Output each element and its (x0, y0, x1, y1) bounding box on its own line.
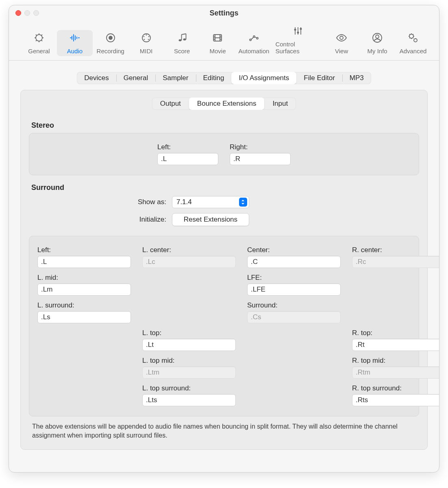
toolbar-label: My Info (367, 48, 387, 54)
io-panel: OutputBounce ExtensionsInput Stereo Left… (20, 90, 428, 450)
surround-input-center[interactable] (247, 256, 341, 268)
view-icon (335, 32, 348, 46)
subtab-i-o-assignments[interactable]: I/O Assignments (231, 72, 296, 84)
stereo-right-input[interactable] (230, 153, 291, 165)
svg-point-15 (294, 29, 296, 31)
surround-input-rtopmid (352, 366, 439, 379)
surround-input-ltop[interactable] (142, 339, 236, 351)
surround-label-lfe: LFE: (247, 274, 341, 282)
stereo-heading: Stereo (31, 121, 419, 130)
svg-point-12 (250, 39, 251, 41)
svg-point-8 (148, 39, 149, 40)
showas-select[interactable]: 7.1.4 (172, 196, 249, 208)
subtab-devices[interactable]: Devices (77, 72, 116, 84)
audio-icon (69, 32, 81, 46)
surround-label-ltopsurround: L. top surround: (142, 384, 236, 392)
surround-box: Left:L. center:Center:R. center:Right:L.… (29, 236, 419, 416)
surround-label-rtopmid: R. top mid: (352, 357, 439, 365)
score-icon (176, 32, 188, 46)
surround-heading: Surround (31, 183, 419, 192)
surround-field-rtopsurround: R. top surround: (352, 384, 439, 406)
footnote-text: The above extensions will be appended to… (32, 422, 416, 440)
general-icon (33, 32, 45, 46)
svg-point-4 (146, 35, 147, 36)
surround-input-lsurround[interactable] (37, 311, 131, 323)
surround-input-lfe[interactable] (247, 283, 341, 296)
svg-point-14 (257, 37, 258, 39)
movie-icon (211, 32, 224, 46)
svg-point-16 (297, 32, 299, 34)
toolbar-label: Advanced (400, 48, 427, 54)
stereo-right-label: Right: (230, 143, 291, 151)
titlebar: Settings (9, 5, 439, 21)
toolbar-label: Control Surfaces (275, 41, 320, 54)
toolbar-control-surfaces[interactable]: Control Surfaces (272, 23, 324, 56)
audio-subtabs: DevicesGeneralSamplerEditingI/O Assignme… (77, 72, 371, 84)
surround-field-lfe: LFE: (247, 274, 341, 296)
subtab-file-editor[interactable]: File Editor (296, 72, 342, 84)
stereo-left-input[interactable] (157, 153, 218, 165)
stereo-left-label: Left: (157, 143, 218, 151)
surround-field-lmid: L. mid: (37, 274, 131, 296)
surround-field-ltop: L. top: (142, 329, 236, 351)
surround-label-ltopmid: L. top mid: (142, 357, 236, 365)
toolbar-movie[interactable]: Movie (200, 30, 236, 56)
toolbar-general[interactable]: General (21, 30, 57, 56)
toolbar-label: General (28, 48, 50, 54)
toolbar-automation[interactable]: Automation (235, 30, 272, 56)
iotab-bounce-extensions[interactable]: Bounce Extensions (189, 98, 265, 110)
toolbar-my-info[interactable]: My Info (359, 30, 395, 56)
surround-field-lsurround: L. surround: (37, 301, 131, 323)
reset-extensions-button[interactable]: Reset Extensions (172, 213, 249, 226)
main-toolbar: GeneralAudioRecordingMIDIScoreMovieAutom… (9, 21, 439, 61)
surround-label-csurround: Surround: (247, 301, 341, 309)
surround-label-lsurround: L. surround: (37, 301, 131, 309)
toolbar-label: MIDI (140, 48, 153, 54)
subtab-mp-[interactable]: MP3 (342, 72, 371, 84)
settings-window: Settings GeneralAudioRecordingMIDIScoreM… (9, 5, 439, 473)
surround-input-lcenter (142, 256, 236, 268)
surround-input-rtopsurround[interactable] (352, 394, 439, 406)
toolbar-score[interactable]: Score (164, 30, 200, 56)
svg-point-7 (144, 39, 145, 40)
toolbar-label: View (335, 48, 348, 54)
window-title: Settings (9, 9, 439, 17)
svg-point-13 (253, 36, 255, 37)
automation-icon (248, 32, 260, 46)
iotab-input[interactable]: Input (264, 98, 296, 110)
surround-field-rcenter: R. center: (352, 246, 439, 268)
subtab-editing[interactable]: Editing (196, 72, 232, 84)
io-subtabs: OutputBounce ExtensionsInput (152, 98, 296, 110)
iotab-output[interactable]: Output (152, 98, 189, 110)
toolbar-view[interactable]: View (324, 30, 359, 56)
surround-label-center: Center: (247, 246, 341, 254)
svg-point-10 (183, 39, 186, 41)
initialize-label: Initialize: (138, 216, 166, 224)
toolbar-recording[interactable]: Recording (93, 30, 128, 56)
surround-input-ltopsurround[interactable] (142, 394, 236, 406)
surround-label-lmid: L. mid: (37, 274, 131, 282)
surround-field-csurround: Surround: (247, 301, 341, 323)
toolbar-label: Audio (67, 48, 83, 54)
toolbar-audio[interactable]: Audio (57, 30, 93, 56)
subtab-sampler[interactable]: Sampler (155, 72, 196, 84)
surround-input-rtop[interactable] (352, 339, 439, 351)
toolbar-label: Recording (97, 48, 124, 54)
surround-field-rtopmid: R. top mid: (352, 357, 439, 379)
select-arrows-icon (239, 198, 247, 207)
surround-input-rcenter (352, 256, 439, 268)
control-surfaces-icon (292, 25, 304, 39)
surround-input-ltopmid (142, 366, 236, 379)
advanced-icon (407, 32, 419, 46)
subtab-general[interactable]: General (116, 72, 155, 84)
surround-input-left[interactable] (37, 256, 131, 268)
toolbar-midi[interactable]: MIDI (128, 30, 164, 56)
surround-label-lcenter: L. center: (142, 246, 236, 254)
surround-field-left: Left: (37, 246, 131, 268)
surround-input-csurround (247, 311, 341, 323)
surround-input-lmid[interactable] (37, 283, 131, 296)
surround-label-left: Left: (37, 246, 131, 254)
surround-label-ltop: L. top: (142, 329, 236, 337)
surround-label-rtopsurround: R. top surround: (352, 384, 439, 392)
toolbar-advanced[interactable]: Advanced (395, 30, 431, 56)
